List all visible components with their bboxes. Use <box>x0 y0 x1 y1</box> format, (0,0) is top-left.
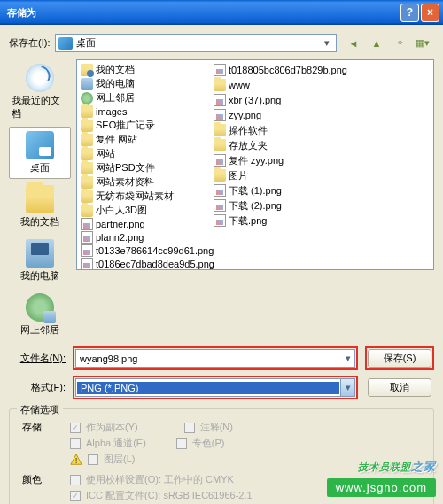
file-name: zyy.png <box>229 110 261 120</box>
file-item[interactable]: t0133e786614cc99d61.png <box>81 244 214 257</box>
file-item[interactable]: t018805bc806d7b829b.png <box>214 63 347 77</box>
filename-input[interactable]: wyang98.png ▾ <box>75 349 355 368</box>
file-item[interactable]: 复件 网站 <box>81 133 214 146</box>
sidebar-item-computer[interactable]: 我的电脑 <box>9 235 71 287</box>
folder-icon <box>81 120 93 132</box>
annotations-checkbox <box>184 423 195 433</box>
file-name: 网上邻居 <box>96 91 135 105</box>
alpha-checkbox <box>70 438 81 449</box>
file-item[interactable]: 下载 (2).png <box>214 198 347 213</box>
close-button[interactable]: × <box>421 4 439 22</box>
location-label: 保存在(I): <box>9 36 50 50</box>
folder-icon <box>81 205 93 217</box>
file-item[interactable]: xbr (37).png <box>214 93 347 107</box>
file-list[interactable]: 我的文档我的电脑网上邻居imagesSEO推广记录复件 网站网站网站PSD文件网… <box>76 59 434 270</box>
png-icon <box>81 258 93 270</box>
color-label: 颜色: <box>22 473 65 486</box>
as-copy-label: 作为副本(Y) <box>86 421 138 434</box>
file-item[interactable]: 网站素材资料 <box>81 175 214 189</box>
layers-checkbox <box>88 454 98 465</box>
file-item[interactable]: SEO推广记录 <box>81 119 214 132</box>
sidebar-item-recent[interactable]: 我最近的文档 <box>9 59 71 125</box>
help-button[interactable]: ? <box>400 4 419 22</box>
file-name: 复件 zyy.png <box>229 154 284 167</box>
format-select[interactable]: PNG (*.PNG) ▾ <box>75 378 355 397</box>
file-name: images <box>96 106 127 117</box>
back-icon[interactable]: ◄ <box>346 35 361 51</box>
file-name: 网站PSD文件 <box>96 161 155 174</box>
desktop-icon <box>58 37 73 50</box>
file-name: 图片 <box>229 169 248 182</box>
file-item[interactable]: 网站 <box>81 147 214 160</box>
png-icon <box>214 184 226 197</box>
views-icon[interactable]: ▦▾ <box>415 35 431 51</box>
file-item[interactable]: 下载 (1).png <box>214 183 347 198</box>
png-icon <box>81 218 93 230</box>
file-item[interactable]: 无纺布袋网站素材 <box>81 190 214 203</box>
folder-icon <box>81 162 93 174</box>
comp-icon <box>81 78 93 90</box>
sidebar-item-docs[interactable]: 我的文档 <box>9 181 71 233</box>
file-item[interactable]: 下载.png <box>214 213 347 228</box>
file-name: 复件 网站 <box>96 133 137 146</box>
network-icon <box>26 293 54 322</box>
file-item[interactable]: 网站PSD文件 <box>81 161 214 174</box>
layers-label: 图层(L) <box>104 453 135 466</box>
new-folder-icon[interactable]: ✧ <box>392 35 408 51</box>
file-item[interactable]: 我的文档 <box>81 63 214 76</box>
file-name: 存放文夹 <box>229 139 268 152</box>
titlebar: 存储为 ? × <box>0 0 443 25</box>
as-copy-checkbox <box>70 423 81 433</box>
png-icon <box>214 199 226 212</box>
file-item[interactable]: 网上邻居 <box>81 91 214 105</box>
spot-label: 专色(P) <box>192 437 225 450</box>
file-name: t018805bc806d7b829b.png <box>229 65 347 75</box>
file-item[interactable]: images <box>81 105 214 118</box>
file-item[interactable]: 复件 zyy.png <box>214 153 347 167</box>
location-value: 桌面 <box>76 36 96 50</box>
up-folder-icon[interactable]: ▲ <box>369 35 385 51</box>
folder-icon <box>81 134 93 146</box>
file-item[interactable]: 存放文夹 <box>214 138 347 152</box>
storage-label: 存储: <box>22 421 65 434</box>
chevron-down-icon: ▾ <box>320 37 333 49</box>
folder-icon <box>214 139 226 151</box>
file-item[interactable]: 操作软件 <box>214 123 347 137</box>
file-name: 小白人3D图 <box>96 204 147 217</box>
dialog-body: 保存在(I): 桌面 ▾ ◄ ▲ ✧ ▦▾ 我最近的文档桌面我的文档我的电脑网上… <box>0 25 443 504</box>
file-name: SEO推广记录 <box>96 119 155 132</box>
computer-icon <box>26 239 54 268</box>
folder-icon <box>81 105 93 118</box>
file-item[interactable]: plann2.png <box>81 231 214 244</box>
window-title: 存储为 <box>4 6 399 19</box>
file-item[interactable]: 图片 <box>214 168 347 182</box>
file-item[interactable]: t0186ec7dbad8dea9d5.png <box>81 258 214 270</box>
folder-icon <box>81 148 93 160</box>
proof-label: 使用校样设置(O): 工作中的 CMYK <box>86 473 234 486</box>
sidebar-item-desktop[interactable]: 桌面 <box>9 127 71 179</box>
file-name: www <box>229 80 250 90</box>
file-item[interactable]: 小白人3D图 <box>81 204 214 217</box>
file-name: plann2.png <box>96 232 144 243</box>
file-name: xbr (37).png <box>229 95 281 105</box>
file-name: 我的电脑 <box>96 77 135 90</box>
save-button[interactable]: 保存(S) <box>368 349 431 368</box>
location-select[interactable]: 桌面 ▾ <box>55 34 337 52</box>
file-item[interactable]: partner.png <box>81 218 214 230</box>
folder-icon <box>81 176 93 189</box>
file-item[interactable]: 我的电脑 <box>81 77 214 90</box>
sidebar-item-network[interactable]: 网上邻居 <box>9 289 71 341</box>
save-options-group: 存储选项 存储: 作为副本(Y) 注释(N) Alpha 通道(E) 专色(P)… <box>9 408 434 504</box>
png-icon <box>214 154 226 167</box>
spot-checkbox <box>176 438 187 449</box>
file-name: 无纺布袋网站素材 <box>96 190 174 203</box>
sidebar-item-label: 网上邻居 <box>20 323 59 337</box>
file-name: 网站素材资料 <box>96 175 154 189</box>
cancel-button[interactable]: 取消 <box>368 378 431 397</box>
file-item[interactable]: www <box>214 78 347 92</box>
annotations-label: 注释(N) <box>200 421 233 434</box>
folder-icon <box>214 124 226 136</box>
folder-icon <box>81 190 93 203</box>
file-name: 下载.png <box>229 214 267 228</box>
file-item[interactable]: zyy.png <box>214 108 347 122</box>
